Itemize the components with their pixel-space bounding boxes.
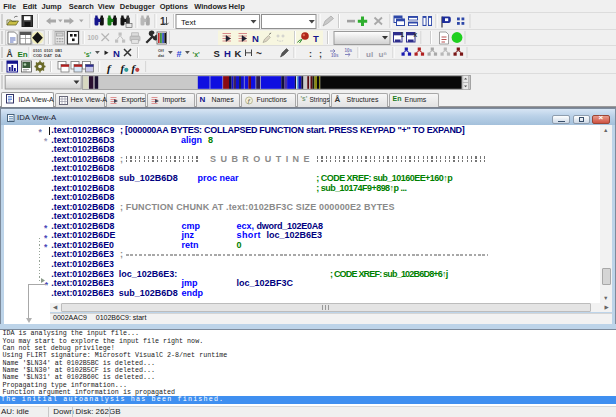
svg-text:0101: 0101 [33,48,43,53]
svg-text:ul: ul [366,50,373,59]
svg-text:#: # [177,49,182,59]
svg-text:K: K [235,48,242,59]
svg-text:1: 1 [160,16,166,27]
svg-text:1: 1 [401,31,405,38]
svg-text:;: ; [319,49,322,59]
svg-text:uⁿ: uⁿ [379,50,387,59]
svg-text:COD: COD [33,53,42,58]
svg-text:En: En [18,50,28,59]
svg-text:H: H [224,48,231,59]
svg-text:100: 100 [88,34,99,41]
svg-text:'s': 's' [84,51,92,58]
svg-text:S: S [214,48,220,59]
svg-text:Text: Text [181,18,196,27]
svg-text:DAT: DAT [44,53,52,58]
svg-text:Å: Å [7,49,13,59]
svg-text:0101: 0101 [44,48,54,53]
svg-text:DA: DA [55,53,61,58]
svg-text:10s: 10s [331,53,339,58]
svg-text:N: N [113,48,120,59]
svg-text:10s: 10s [345,48,353,53]
svg-text:'x': 'x' [193,51,201,58]
svg-text:~: ~ [256,48,262,59]
svg-text:dat: dat [158,53,165,58]
svg-text:x: x [414,31,418,38]
svg-text:T: T [313,33,319,44]
svg-text:N: N [252,33,259,44]
svg-text:0B1: 0B1 [55,48,63,53]
svg-text::: : [309,49,312,59]
svg-text:Off: Off [158,48,164,53]
